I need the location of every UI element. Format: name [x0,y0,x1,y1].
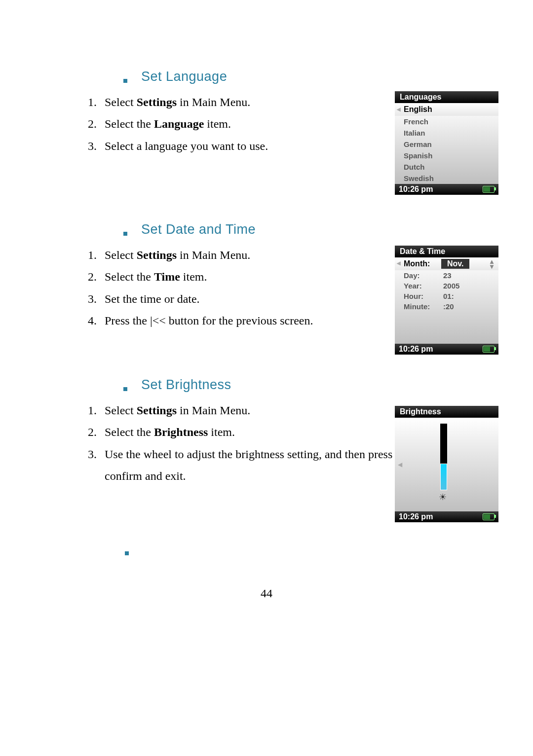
device-titlebar: Languages [395,91,498,103]
datetime-row[interactable]: Day:23 [395,270,498,281]
step-item: Use the wheel to adjust the brightness s… [100,443,444,487]
section-title-datetime: Set Date and Time [141,222,256,237]
bullet-icon [123,387,127,391]
device-statusbar: 10:26 pm [395,344,498,355]
battery-icon [483,513,495,520]
step-item: Select Settings in Main Menu. [100,91,444,113]
step-bold: Settings [137,404,177,417]
section-title-brightness: Set Brightness [141,377,231,393]
back-arrow-icon: ◀ [398,461,402,468]
steps-language: Select Settings in Main Menu.Select the … [64,91,444,157]
language-option[interactable]: German [395,139,498,150]
step-item: Select a language you want to use. [100,135,444,157]
datetime-label: Hour: [404,292,443,300]
bullet-icon [123,232,127,236]
battery-icon [483,186,495,193]
device-time: 10:26 pm [399,512,433,521]
datetime-value: 01: [443,292,454,300]
datetime-row[interactable]: Month:Nov.▴▾ [395,257,498,270]
step-item: Press the |<< button for the previous sc… [100,310,444,331]
datetime-label: Month: [404,259,443,268]
datetime-label: Minute: [404,302,443,311]
sun-icon: ☀ [439,492,447,503]
device-body-languages: EnglishFrenchItalianGermanSpanishDutchSw… [395,103,498,184]
brightness-bar-fill [440,464,447,490]
datetime-row[interactable]: Hour:01: [395,291,498,301]
device-titlebar: Date & Time [395,246,498,257]
device-body-datetime: Month:Nov.▴▾Day:23Year:2005Hour:01:Minut… [395,257,498,344]
datetime-row[interactable]: Year:2005 [395,281,498,291]
datetime-row[interactable]: Minute::20 [395,301,498,312]
datetime-label: Day: [404,271,443,280]
device-screenshot-brightness: Brightness ◀ ☀ 10:26 pm [395,406,498,522]
step-item: Select the Language item. [100,113,444,135]
bullet-icon [123,79,127,83]
language-option[interactable]: Spanish [395,150,498,161]
device-screenshot-datetime: Date & Time Month:Nov.▴▾Day:23Year:2005H… [395,246,498,355]
step-item: Select the Brightness item. [100,421,444,443]
datetime-label: Year: [404,282,443,290]
step-bold: Settings [137,249,177,261]
step-bold: Language [154,117,204,130]
device-time: 10:26 pm [399,345,433,354]
device-statusbar: 10:26 pm [395,184,498,195]
section-set-brightness: Set Brightness Select Settings in Main M… [64,377,444,487]
datetime-value: 23 [443,271,452,280]
datetime-value: 2005 [443,282,459,290]
section-title-language: Set Language [141,69,227,84]
device-statusbar: 10:26 pm [395,511,498,522]
spinner-icon[interactable]: ▴▾ [490,259,494,269]
step-bold: Settings [137,96,177,108]
device-body-brightness: ◀ ☀ [395,418,498,511]
step-item: Select Settings in Main Menu. [100,399,444,421]
datetime-value: :20 [443,302,454,311]
manual-page: Set Language Select Settings in Main Men… [0,0,533,756]
device-screenshot-languages: Languages EnglishFrenchItalianGermanSpan… [395,91,498,195]
battery-icon [483,346,495,353]
device-time: 10:26 pm [399,185,433,194]
steps-datetime: Select Settings in Main Menu.Select the … [64,244,444,332]
language-option[interactable]: Swedish [395,173,498,184]
steps-brightness: Select Settings in Main Menu.Select the … [64,399,444,487]
page-number: 44 [0,587,533,600]
section-set-datetime: Set Date and Time Select Settings in Mai… [64,222,444,332]
step-item: Select Settings in Main Menu. [100,244,444,266]
language-option[interactable]: French [395,116,498,127]
datetime-value: Nov. [441,259,469,269]
bullet-icon [125,551,129,555]
device-titlebar: Brightness [395,406,498,418]
step-bold: Brightness [154,426,208,438]
step-item: Set the time or date. [100,288,444,310]
step-bold: Time [154,270,180,283]
language-option[interactable]: Italian [395,127,498,139]
language-option[interactable]: English [395,103,498,116]
step-item: Select the Time item. [100,266,444,288]
section-set-language: Set Language Select Settings in Main Men… [64,69,444,157]
language-option[interactable]: Dutch [395,161,498,173]
